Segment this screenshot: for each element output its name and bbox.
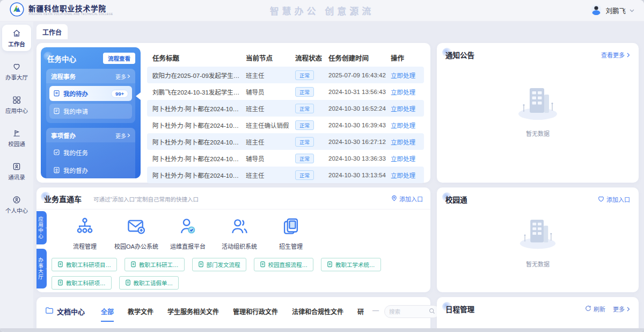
handle-now-link[interactable]: 立即处理 (391, 104, 424, 113)
task-time: 2024-10-30 13:36:33 (328, 155, 391, 162)
tablet-icon (281, 216, 301, 238)
my-apply-item[interactable]: 我的申请 (49, 104, 132, 119)
app-activity-org[interactable]: 活动组织系统 (214, 216, 265, 250)
quick-link-label: 教职工请假单… (134, 279, 173, 287)
document-center-title-block: 文档中心 (45, 306, 85, 316)
sidebar-item-workbench[interactable]: 工作台 (2, 25, 31, 51)
task-title: 阿卜杜外力·阿卜都在2024-10-30发起学生请假… (147, 138, 246, 146)
doc-file-icon (57, 279, 63, 287)
search-input[interactable] (389, 308, 427, 315)
schedule-more-link[interactable]: 更多 (613, 305, 630, 313)
school-name: 新疆科信职业技术学院 (28, 5, 113, 13)
table-row: 阿卜杜外力·阿卜都在2024-10-30发起学生请假… 班主任 正常 2024-… (147, 100, 424, 117)
task-table-header: 任务标题 当前节点 流程状态 任务创建时间 操作 (147, 48, 424, 67)
user-menu[interactable]: 刘鹏飞 (591, 4, 634, 17)
my-apply-label: 我的申请 (63, 107, 88, 116)
handle-now-link[interactable]: 立即处理 (391, 171, 424, 179)
handle-now-link[interactable]: 立即处理 (391, 154, 424, 163)
tab-workbench[interactable]: 工作台 (36, 24, 68, 39)
campus-title: 校园通 (445, 194, 467, 205)
business-express-card: 业务直通车 可通过“添加入口”定制自己常用的快捷入口 添加入口 流程管理 (36, 187, 430, 292)
status-badge: 正常 (295, 87, 314, 97)
handle-now-link[interactable]: 立即处理 (391, 88, 424, 96)
side-tab-service-hall[interactable]: 办事大厅 (36, 249, 47, 288)
mail-icon (126, 216, 147, 238)
sidebar-item-personal[interactable]: 个人中心 (2, 191, 31, 218)
sidebar-item-campus[interactable]: 校园通 (2, 125, 31, 151)
quick-link-label: 教职工科研工… (139, 261, 179, 269)
quick-link-button[interactable]: 教职工科研项目… (52, 258, 117, 271)
doc-tab[interactable]: 全部 (101, 305, 114, 322)
task-node: 辅导员 (246, 154, 295, 163)
task-table-rows: 欧阳力在2025-07-09发起学生请假审批 班主任 正常 2025-07-09… (147, 67, 424, 183)
my-todo-item[interactable]: 我的待办 99+ (49, 86, 132, 101)
quick-link-label: 部门发文流程 (207, 261, 240, 269)
sidebar-item-app-center[interactable]: 应用中心 (2, 91, 31, 118)
process-affairs-more-link[interactable]: 更多 (115, 73, 130, 81)
sidebar-item-service-hall[interactable]: 办事大厅 (2, 58, 31, 84)
doc-tab[interactable]: 教学文件 (128, 305, 153, 321)
document-tabs: 全部教学文件学生服务相关文件管理和行政文件法律和合规性文件研 (101, 305, 364, 322)
task-node: 辅导员 (246, 88, 295, 96)
process-affairs-title: 流程事务 (51, 72, 76, 81)
task-time: 2025-07-09 16:43:42 (328, 72, 391, 78)
main-area: 工作台 任务中心 流程查看 流程事务 (33, 21, 644, 332)
campus-panel: 校园通 添加入口 (437, 187, 639, 292)
status-badge: 正常 (295, 70, 314, 80)
campus-empty-state: 暂无数据 (437, 211, 639, 268)
sidebar-label: 通讯录 (8, 173, 25, 181)
add-entry-link[interactable]: 添加入口 (391, 194, 423, 203)
task-node: 班主任 (246, 104, 295, 113)
notice-panel: 通知公告 查看更多 (437, 43, 639, 183)
status-badge: 正常 (295, 170, 314, 180)
doc-file-icon (327, 261, 333, 269)
task-title: 阿卜杜外力·阿卜都在2024-10-30发起学生请假… (147, 154, 246, 163)
doc-tab[interactable]: 法律和合规性文件 (292, 305, 343, 321)
quick-link-label: 教职工学术统… (335, 261, 375, 269)
quick-link-button[interactable]: 校园直报流程… (254, 258, 314, 271)
my-tasks-item[interactable]: 我的任务 (49, 145, 132, 160)
sidebar-item-contacts[interactable]: 通讯录 (2, 158, 31, 184)
sidebar-label: 应用中心 (5, 106, 28, 114)
my-supervision-item[interactable]: 我的督办 (49, 163, 132, 178)
app-admissions[interactable]: 招生管理 (265, 216, 317, 250)
app-campus-oa[interactable]: 校园OA办公系统 (111, 216, 162, 250)
table-row: 阿卜杜外力·阿卜都在2024-10-30发起学生请假… 辅导员 正常 2024-… (147, 150, 424, 167)
quick-link-button[interactable]: 教职工科研工… (125, 258, 185, 271)
task-title: 阿卜杜外力·阿卜都在2024-10-30发起学生请假… (147, 121, 246, 129)
quick-links-row: 教职工科研项目… 教职工科研工… 部门发文流程 校园直报流程… 教职工学术统… … (52, 258, 422, 290)
users-icon (229, 216, 250, 238)
status-badge: 正常 (295, 120, 314, 130)
grid-icon (12, 95, 21, 105)
doc-tab[interactable]: 管理和行政文件 (233, 305, 278, 321)
user-name: 刘鹏飞 (605, 5, 626, 16)
notice-more-link[interactable]: 查看更多 (601, 50, 630, 59)
side-tab-app-center[interactable]: 应用中心 (36, 211, 47, 244)
task-node: 班主任确认销假 (246, 121, 295, 129)
quick-link-button[interactable]: 教职工科研项… (52, 276, 112, 290)
campus-add-entry-link[interactable]: 添加入口 (598, 195, 630, 204)
refresh-link[interactable]: 刷新 (585, 305, 605, 313)
tasks-doc-icon (53, 149, 60, 157)
table-row: 阿卜杜外力·阿卜都在2024-10-30发起学生请假… 班主任 正常 2024-… (147, 133, 424, 150)
refresh-icon (585, 305, 591, 313)
task-time: 2024-10-30 13:13:54 (328, 172, 391, 178)
doc-tab[interactable]: 研 (357, 305, 364, 321)
quick-link-button[interactable]: 教职工请假单… (119, 276, 179, 290)
supervision-more-link[interactable]: 更多 (115, 132, 130, 140)
handle-now-link[interactable]: 立即处理 (391, 138, 424, 146)
handle-now-link[interactable]: 立即处理 (391, 71, 424, 80)
handle-now-link[interactable]: 立即处理 (391, 121, 424, 129)
contact-book-icon (12, 162, 21, 171)
search-icon[interactable] (429, 307, 435, 316)
quick-link-button[interactable]: 部门发文流程 (192, 258, 246, 271)
app-process-management[interactable]: 流程管理 (59, 216, 111, 250)
doc-tab[interactable]: 学生服务相关文件 (167, 305, 219, 321)
app-ops-report[interactable]: 运维直报平台 (162, 216, 214, 250)
quick-link-button[interactable]: 教职工学术统… (321, 258, 381, 271)
task-center-title: 任务中心 (46, 53, 76, 64)
table-row: 欧阳力在2025-07-09发起学生请假审批 班主任 正常 2025-07-09… (147, 67, 424, 83)
view-process-button[interactable]: 流程查看 (103, 53, 135, 64)
process-affairs-section: 流程事务 更多 我的待办 99+ 我的申请 (46, 69, 135, 123)
document-search-box[interactable] (384, 305, 440, 318)
